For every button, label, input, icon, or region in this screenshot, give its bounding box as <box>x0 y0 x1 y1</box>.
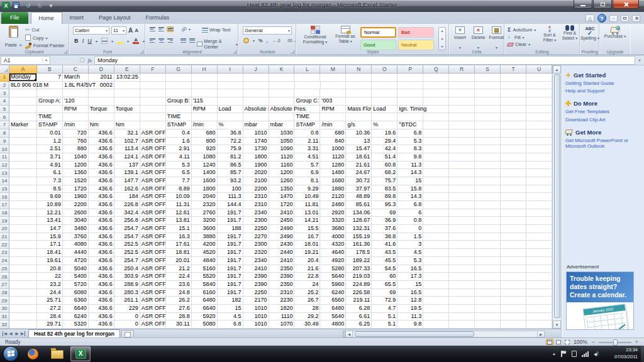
cell-O27[interactable]: 65.5 <box>372 281 397 289</box>
cell-I13[interactable]: 85.7 <box>218 169 243 177</box>
cell-B17[interactable]: 10.89 <box>37 201 63 209</box>
cell-M12[interactable]: 1280 <box>320 162 346 170</box>
cell-A10[interactable] <box>9 145 37 153</box>
cell-L27[interactable]: 24 <box>294 281 320 289</box>
cell-A9[interactable] <box>9 138 37 146</box>
cell-B1[interactable]: 7 <box>37 74 63 82</box>
cell-M26[interactable]: 5640 <box>320 273 346 281</box>
orientation-button[interactable]: ab▾ <box>181 26 191 32</box>
cell-J9[interactable]: 1740 <box>243 138 269 146</box>
cell-T6[interactable] <box>501 113 526 121</box>
cell-I18[interactable]: 191.7 <box>218 209 243 217</box>
cell-S7[interactable] <box>475 121 501 129</box>
cell-N14[interactable]: 30.72 <box>346 177 372 185</box>
cell-M25[interactable]: 5280 <box>320 265 346 273</box>
cell-Q10[interactable] <box>423 145 449 153</box>
cell-B13[interactable]: 6.1 <box>37 169 63 177</box>
cell-J29[interactable]: 2170 <box>243 297 269 305</box>
cell-R3[interactable] <box>449 89 475 97</box>
cell-R27[interactable] <box>449 281 475 289</box>
cell-E5[interactable]: Torque <box>114 106 140 114</box>
cell-E9[interactable]: 102.7 <box>114 138 140 146</box>
pane-link-getting-started-guide[interactable]: Getting Started Guide <box>565 80 640 86</box>
cell-E20[interactable]: 254.7 <box>114 225 140 233</box>
cell-K16[interactable]: 1470 <box>269 193 295 201</box>
cell-H23[interactable]: 4520 <box>192 249 218 257</box>
cell-H31[interactable]: 5920 <box>192 313 218 321</box>
cell-B19[interactable]: 13.41 <box>37 217 63 225</box>
cell-C15[interactable]: 1720 <box>63 185 89 194</box>
cell-N19[interactable]: 128.67 <box>346 217 372 225</box>
cell-E14[interactable]: 147.7 <box>114 177 140 185</box>
cell-B6[interactable]: TIME <box>37 113 63 121</box>
cell-U16[interactable] <box>526 193 552 201</box>
cell-S29[interactable] <box>475 297 501 305</box>
cell-F17[interactable]: ASR OFF <box>140 201 166 209</box>
cell-L25[interactable]: 21.6 <box>294 265 320 273</box>
network-icon[interactable] <box>582 351 589 357</box>
cell-O15[interactable]: 83.5 <box>372 185 397 194</box>
cell-U21[interactable] <box>526 233 552 241</box>
horizontal-scroll-thumb[interactable] <box>355 331 474 337</box>
decrease-decimal-button[interactable]: .00→ <box>286 38 298 43</box>
cell-E28[interactable]: 280.3 <box>114 289 140 297</box>
cell-I28[interactable]: 191.7 <box>218 289 243 297</box>
cell-I2[interactable] <box>218 82 243 90</box>
cell-T16[interactable] <box>501 193 526 201</box>
cell-U1[interactable] <box>526 74 552 82</box>
workbook-restore-button[interactable] <box>621 15 629 22</box>
insert-cells-button[interactable]: +Insert▾ <box>452 26 468 52</box>
cell-G25[interactable]: 21.2 <box>166 265 192 273</box>
cell-A27[interactable] <box>9 281 37 289</box>
cell-F6[interactable] <box>140 113 166 121</box>
cell-T15[interactable] <box>501 185 526 194</box>
row-header-32[interactable]: 32 <box>0 321 9 329</box>
cell-C22[interactable]: 4080 <box>63 241 89 249</box>
cell-K30[interactable]: 1820 <box>269 305 295 313</box>
cell-R15[interactable] <box>449 185 475 194</box>
column-header-K[interactable]: K <box>269 65 295 74</box>
cell-O19[interactable]: 36.9 <box>372 217 397 225</box>
cell-Q32[interactable] <box>423 321 449 329</box>
cell-I27[interactable]: 191.7 <box>218 281 243 289</box>
cell-T27[interactable] <box>501 281 526 289</box>
cell-L28[interactable]: 25.2 <box>294 289 320 297</box>
cell-K24[interactable]: 2410 <box>269 257 295 265</box>
cell-M16[interactable]: 2120 <box>320 193 346 201</box>
cell-L26[interactable]: 22.8 <box>294 273 320 281</box>
expand-formula-bar-button[interactable]: ▾ <box>635 58 644 62</box>
cell-U29[interactable] <box>526 297 552 305</box>
cell-K4[interactable] <box>269 97 295 106</box>
cell-K14[interactable]: 1260 <box>269 177 295 185</box>
cell-J1[interactable] <box>243 74 269 82</box>
cell-K29[interactable]: 2230 <box>269 297 295 305</box>
cell-C19[interactable]: 3040 <box>63 217 89 225</box>
cell-Q30[interactable] <box>423 305 449 313</box>
autosum-button[interactable]: ΣAutoSum▾ <box>508 26 536 33</box>
next-sheet-button[interactable]: ▶ <box>14 331 20 336</box>
cell-S26[interactable] <box>475 273 501 281</box>
cell-A14[interactable] <box>9 177 37 185</box>
cell-P23[interactable]: 4.5 <box>397 249 423 257</box>
cell-D16[interactable]: 436.6 <box>89 193 114 201</box>
cell-G17[interactable]: 11.31 <box>166 201 192 209</box>
cell-M14[interactable]: 1680 <box>320 177 346 185</box>
cell-G6[interactable]: TIME <box>166 113 192 121</box>
normal-view-button[interactable] <box>546 339 553 345</box>
cell-E8[interactable]: 32.1 <box>114 129 140 138</box>
cell-O2[interactable] <box>372 82 397 90</box>
name-box-dropdown-icon[interactable]: ▾ <box>42 58 50 62</box>
cell-P20[interactable]: 0 <box>397 225 423 233</box>
cell-C9[interactable]: 760 <box>63 138 89 146</box>
cell-S3[interactable] <box>475 89 501 97</box>
cell-C11[interactable]: 1040 <box>63 153 89 162</box>
cell-A2[interactable]: 8L0 906 018 M <box>9 82 37 90</box>
cell-T11[interactable] <box>501 153 526 162</box>
cell-O30[interactable]: 4.7 <box>372 305 397 313</box>
cell-E24[interactable]: 254.7 <box>114 257 140 265</box>
cell-A25[interactable] <box>9 265 37 273</box>
cell-N28[interactable]: 226.58 <box>346 289 372 297</box>
cell-R17[interactable] <box>449 201 475 209</box>
cell-D31[interactable]: 436.6 <box>89 313 114 321</box>
cell-O20[interactable]: 37.6 <box>372 225 397 233</box>
